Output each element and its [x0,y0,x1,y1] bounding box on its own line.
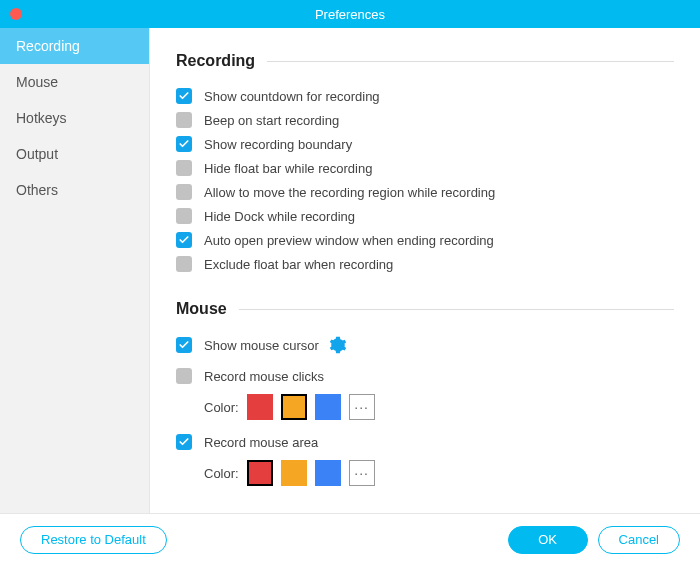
sidebar-item-others[interactable]: Others [0,172,149,208]
checkbox[interactable] [176,434,192,450]
checkbox[interactable] [176,136,192,152]
option-row-record-area: Record mouse area [176,430,674,454]
restore-default-button[interactable]: Restore to Default [20,526,167,554]
option-row: Hide float bar while recording [176,156,674,180]
section-title: Mouse [176,300,227,318]
color-label: Color: [204,466,239,481]
sidebar-item-mouse[interactable]: Mouse [0,64,149,100]
option-label: Auto open preview window when ending rec… [204,233,494,248]
checkbox[interactable] [176,112,192,128]
option-row-show-cursor: Show mouse cursor [176,332,674,358]
option-row: Show countdown for recording [176,84,674,108]
content-pane: Recording Show countdown for recording B… [150,28,700,513]
option-label: Allow to move the recording region while… [204,185,495,200]
section-header-recording: Recording [176,52,674,70]
option-row: Show recording boundary [176,132,674,156]
sidebar-item-output[interactable]: Output [0,136,149,172]
option-label: Show recording boundary [204,137,352,152]
gear-icon[interactable] [329,336,347,354]
color-swatch-orange[interactable] [281,394,307,420]
option-row: Hide Dock while recording [176,204,674,228]
section-header-mouse: Mouse [176,300,674,318]
option-label: Exclude float bar when recording [204,257,393,272]
color-swatch-more[interactable]: ··· [349,394,375,420]
sidebar-item-recording[interactable]: Recording [0,28,149,64]
option-row: Auto open preview window when ending rec… [176,228,674,252]
sidebar-item-label: Output [16,146,58,162]
color-swatch-red[interactable] [247,460,273,486]
ok-button[interactable]: OK [508,526,588,554]
button-label: Restore to Default [41,532,146,547]
checkbox[interactable] [176,184,192,200]
option-label: Record mouse clicks [204,369,324,384]
option-label: Record mouse area [204,435,318,450]
option-row-record-clicks: Record mouse clicks [176,364,674,388]
option-label: Hide float bar while recording [204,161,372,176]
sidebar-item-hotkeys[interactable]: Hotkeys [0,100,149,136]
option-row: Beep on start recording [176,108,674,132]
color-row-clicks: Color: ··· [176,388,674,430]
divider [267,61,674,62]
window-title: Preferences [0,7,700,22]
option-label: Beep on start recording [204,113,339,128]
option-row: Allow to move the recording region while… [176,180,674,204]
cancel-button[interactable]: Cancel [598,526,680,554]
color-row-area: Color: ··· [176,454,674,496]
titlebar: Preferences [0,0,700,28]
color-swatch-orange[interactable] [281,460,307,486]
checkbox[interactable] [176,232,192,248]
color-label: Color: [204,400,239,415]
checkbox[interactable] [176,337,192,353]
checkbox[interactable] [176,160,192,176]
color-swatch-red[interactable] [247,394,273,420]
sidebar-item-label: Recording [16,38,80,54]
option-label: Hide Dock while recording [204,209,355,224]
option-label: Show mouse cursor [204,338,319,353]
divider [239,309,674,310]
sidebar-item-label: Mouse [16,74,58,90]
option-row: Exclude float bar when recording [176,252,674,276]
sidebar-item-label: Others [16,182,58,198]
checkbox[interactable] [176,88,192,104]
button-label: OK [538,532,557,547]
option-label: Show countdown for recording [204,89,380,104]
section-title: Recording [176,52,255,70]
checkbox[interactable] [176,208,192,224]
color-swatch-blue[interactable] [315,460,341,486]
color-swatch-blue[interactable] [315,394,341,420]
sidebar-item-label: Hotkeys [16,110,67,126]
button-label: Cancel [619,532,659,547]
color-swatch-more[interactable]: ··· [349,460,375,486]
checkbox[interactable] [176,256,192,272]
footer: Restore to Default OK Cancel [0,513,700,565]
sidebar: Recording Mouse Hotkeys Output Others [0,28,150,513]
checkbox[interactable] [176,368,192,384]
close-icon[interactable] [10,8,22,20]
